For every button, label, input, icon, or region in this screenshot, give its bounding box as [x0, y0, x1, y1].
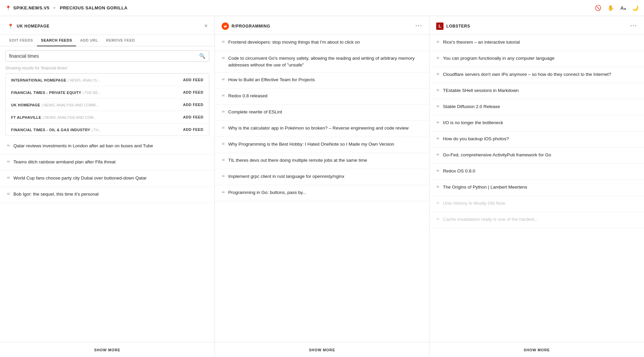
lobsters-icon: L — [436, 22, 444, 30]
add-feed-btn-2[interactable]: ADD FEED — [183, 103, 203, 107]
feed-result-name-1: FINANCIAL TIMES - PRIVATE EQUITY | THE B… — [11, 90, 101, 95]
col3-show-more-row: SHOW MORE — [429, 342, 644, 357]
location-icon: 📍 — [7, 22, 14, 30]
feed-result-2[interactable]: UK HOMEPAGE | NEWS, ANALYSIS AND COMM...… — [6, 98, 209, 111]
quote-icon: ❝ — [436, 39, 440, 47]
search-wrap: 🔍 — [0, 46, 215, 64]
col2-menu-btn[interactable]: ··· — [415, 22, 422, 30]
news-item[interactable]: ❝ The Origins of Python | Lambert Meerte… — [429, 180, 644, 196]
news-title: TEstable SHell sessions in Markdown — [443, 87, 519, 94]
add-feed-btn-3[interactable]: ADD FEED — [183, 115, 203, 119]
news-title: Redox OS 0.8.0 — [443, 168, 475, 174]
col2-show-more-btn[interactable]: SHOW MORE — [309, 348, 335, 352]
feed-result-4[interactable]: FINANCIAL TIMES - OIL & GAS INDUSTRY | T… — [6, 123, 209, 136]
quote-icon: ❝ — [436, 71, 440, 79]
feed-result-3[interactable]: FT ALPHAVILLE | NEWS, ANALYSIS AND COM..… — [6, 111, 209, 123]
search-icon[interactable]: 🔍 — [199, 53, 206, 59]
news-item[interactable]: ❝ Stable Diffusion 2.0 Release — [429, 99, 644, 115]
news-item[interactable]: ❝ Go-Fed, comprehensive ActivityPub fram… — [429, 148, 644, 164]
news-item[interactable]: ❝ Redox OS 0.8.0 — [429, 164, 644, 180]
col1-header-left: 📍 UK HOMEPAGE — [7, 22, 50, 30]
news-title: Why Programming is the Best Hobby: I Hat… — [228, 141, 394, 148]
quote-icon: ❝ — [436, 200, 440, 208]
news-title: Stable Diffusion 2.0 Release — [443, 103, 500, 110]
quote-icon: ❝ — [436, 120, 440, 127]
news-item[interactable]: ❝ How to Build an Effective Team for Pro… — [215, 72, 429, 89]
quote-icon: ❝ — [436, 88, 440, 95]
add-feed-btn-4[interactable]: ADD FEED — [183, 128, 203, 132]
quote-icon: ❝ — [436, 216, 440, 224]
news-title: Complete rewrite of ESLint — [228, 109, 282, 115]
search-input[interactable] — [9, 53, 196, 59]
news-item[interactable]: ❝ You can program functionally in any co… — [429, 51, 644, 67]
quote-icon: ❝ — [222, 125, 225, 133]
tab-search-feeds[interactable]: SEARCH FEEDS — [37, 35, 76, 46]
news-item[interactable]: ❝ I/O is no longer the bottleneck — [429, 115, 644, 132]
news-item[interactable]: ❝ Cloudflare servers don't own IPs anymo… — [429, 67, 644, 83]
news-item[interactable]: ❝ Why Programming is the Best Hobby: I H… — [215, 137, 429, 153]
col2-header-left: r/PROGRAMMING — [222, 22, 270, 30]
quote-icon: ❝ — [436, 184, 440, 192]
news-item[interactable]: ❝ Rice's theorem – an interactive tutori… — [429, 35, 644, 51]
news-item[interactable]: ❝ Programming in Go: buttons, pass by... — [215, 185, 429, 201]
topbar-left: 📍 SPIKE.NEWS.V5 ▾ PRECIOUS SALMON GORILL… — [5, 5, 127, 11]
news-title: Teams ditch rainbow armband plan after F… — [13, 159, 116, 165]
news-item[interactable]: ❝ Unix History Is Mostly Old Now — [429, 196, 644, 212]
news-item[interactable]: ❝ Cache invalidation really is one of th… — [429, 212, 644, 228]
topbar-divider: ▾ — [53, 5, 56, 10]
news-item[interactable]: ❝ Teams ditch rainbow armband plan after… — [0, 155, 215, 171]
quote-icon: ❝ — [222, 157, 225, 165]
quote-icon: ❝ — [436, 168, 440, 175]
news-title: Cloudflare servers don't own IPs anymore… — [443, 71, 611, 78]
feed-result-1[interactable]: FINANCIAL TIMES - PRIVATE EQUITY | THE B… — [6, 86, 209, 98]
news-item[interactable]: ❝ Qatar reviews investments in London af… — [0, 139, 215, 155]
news-title: Programming in Go: buttons, pass by... — [228, 189, 306, 196]
tab-add-url[interactable]: ADD URL — [76, 35, 102, 46]
col1-close-btn[interactable]: × — [204, 22, 208, 30]
profile-menu[interactable]: PRECIOUS SALMON GORILLA — [60, 5, 127, 10]
col3-show-more-btn[interactable]: SHOW MORE — [524, 348, 550, 352]
news-title: Bob Igor: the sequel, this time it's per… — [13, 191, 99, 198]
profile-name: PRECIOUS SALMON GORILLA — [60, 5, 127, 10]
col3-menu-btn[interactable]: ··· — [630, 22, 637, 30]
news-item[interactable]: ❝ Complete rewrite of ESLint — [215, 105, 429, 121]
block-icon[interactable]: 🚫 — [595, 5, 601, 11]
tab-remove-feed[interactable]: REMOVE FEED — [102, 35, 139, 46]
news-title: You can program functionally in any comp… — [443, 55, 554, 62]
news-item[interactable]: ❝ TIL theres devs out there doing multip… — [215, 153, 429, 169]
tab-edit-feeds[interactable]: EDIT FEEDS — [5, 35, 37, 46]
hand-icon[interactable]: ✋ — [607, 5, 614, 11]
feed-result-0[interactable]: INTERNATIONAL HOMEPAGE | NEWS, ANALYS...… — [6, 73, 209, 86]
col1-header: 📍 UK HOMEPAGE × — [0, 16, 215, 35]
moon-icon[interactable]: 🌙 — [632, 5, 639, 11]
news-item[interactable]: ❝ Bob Igor: the sequel, this time it's p… — [0, 187, 215, 203]
text-size-icon[interactable]: Aₐ — [620, 5, 626, 11]
news-title: Code to circumvent Go's memory safety, a… — [228, 55, 423, 68]
results-label: Showing results for 'financial times' — [0, 64, 215, 73]
news-title: How do you backup iOS photos? — [443, 136, 509, 142]
col1-title: UK HOMEPAGE — [17, 24, 50, 29]
news-item[interactable]: ❝ Redox 0.8 released — [215, 89, 429, 105]
news-title: Rice's theorem – an interactive tutorial — [443, 39, 520, 46]
news-title: Cache invalidation really is one of the … — [443, 216, 538, 223]
quote-icon: ❝ — [222, 55, 225, 63]
news-item[interactable]: ❝ TEstable SHell sessions in Markdown — [429, 83, 644, 99]
col1-show-more-btn[interactable]: SHOW MORE — [94, 348, 120, 352]
col1-news-body: ❝ Qatar reviews investments in London af… — [0, 139, 215, 342]
news-item[interactable]: ❝ Code to circumvent Go's memory safety,… — [215, 51, 429, 72]
news-title: Unix History Is Mostly Old Now — [443, 200, 505, 207]
news-item[interactable]: ❝ Implement grpc client in rust language… — [215, 169, 429, 185]
quote-icon: ❝ — [222, 77, 225, 84]
quote-icon: ❝ — [222, 109, 225, 116]
col2-show-more-row: SHOW MORE — [215, 342, 429, 357]
add-feed-btn-0[interactable]: ADD FEED — [183, 78, 203, 82]
col3-header-left: L LOBSTERS — [436, 22, 470, 30]
news-item[interactable]: ❝ How do you backup iOS photos? — [429, 132, 644, 148]
col3-news-body: ❝ Rice's theorem – an interactive tutori… — [429, 35, 644, 342]
news-item[interactable]: ❝ World Cup fans choose party city Dubai… — [0, 171, 215, 187]
news-item[interactable]: ❝ Frontend developers: stop moving thing… — [215, 35, 429, 51]
add-feed-btn-1[interactable]: ADD FEED — [183, 90, 203, 94]
news-item[interactable]: ❝ Why is the calculator app in Pokémon s… — [215, 121, 429, 137]
app-brand[interactable]: 📍 SPIKE.NEWS.V5 — [5, 5, 49, 11]
feed-result-name-3: FT ALPHAVILLE | NEWS, ANALYSIS AND COM..… — [11, 114, 97, 120]
